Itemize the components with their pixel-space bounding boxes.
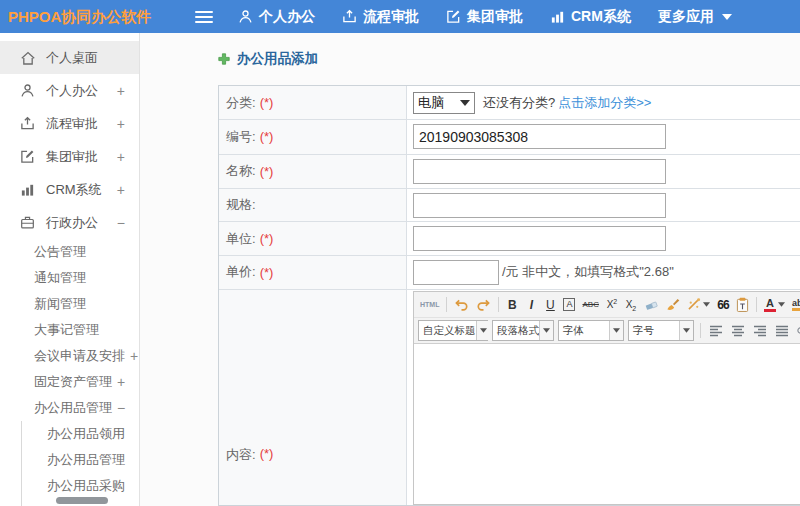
nav-item-more-apps[interactable]: 更多应用: [658, 8, 732, 26]
editor-btn-char-border[interactable]: A: [561, 295, 577, 315]
required-asterisk: (*): [260, 231, 274, 246]
expand-toggle-icon[interactable]: −: [117, 401, 125, 415]
editor-toolbar-row2: 自定义标题段落格式字体字号: [414, 318, 800, 344]
sidebar-item-news-mgmt[interactable]: 新闻管理: [0, 291, 139, 317]
editor-btn-link[interactable]: [795, 321, 800, 341]
editor-btn-redo[interactable]: [474, 295, 493, 315]
editor-btn-align-right[interactable]: [751, 321, 769, 341]
dropdown-label: 字号: [633, 324, 654, 338]
spec-input[interactable]: [413, 193, 666, 218]
sidebar-item-office-supplies-mgmt[interactable]: 办公用品管理−: [0, 395, 139, 421]
editor-content-area[interactable]: [414, 344, 800, 504]
user-icon: [20, 83, 37, 98]
editor-btn-superscript[interactable]: X2: [604, 295, 620, 315]
nav-item-group-approval[interactable]: 集团审批: [446, 8, 523, 26]
editor-btn-italic[interactable]: I: [523, 295, 539, 315]
sidebar-item-personal-office[interactable]: 个人办公+: [0, 74, 139, 107]
required-asterisk: (*): [260, 129, 274, 144]
expand-toggle-icon[interactable]: +: [117, 375, 125, 389]
expand-toggle-icon[interactable]: −: [117, 216, 125, 230]
sidebar-item-workflow-approval[interactable]: 流程审批+: [0, 107, 139, 140]
editor-btn-html-source[interactable]: HTML: [418, 295, 441, 315]
sidebar-item-label: 通知管理: [34, 269, 86, 287]
editor-dropdown-1[interactable]: 自定义标题: [418, 320, 488, 341]
chart-icon: [20, 182, 37, 197]
sidebar-item-group-approval[interactable]: 集团审批+: [0, 140, 139, 173]
nav-item-personal-office[interactable]: 个人办公: [238, 8, 315, 26]
sidebar-item-personal-desktop[interactable]: 个人桌面: [0, 41, 139, 74]
editor-dropdown-2[interactable]: 段落格式: [492, 320, 554, 341]
code-input[interactable]: [413, 124, 666, 149]
sidebar-item-office-supplies-receive[interactable]: 办公用品领用: [0, 421, 139, 447]
sidebar-item-office-supplies-purchase[interactable]: 办公用品采购: [0, 473, 139, 499]
editor-btn-strikethrough[interactable]: ABC: [580, 295, 600, 315]
editor-dropdown-4[interactable]: 字号: [628, 320, 694, 341]
sidebar-item-meeting-request[interactable]: 会议申请及安排+: [0, 343, 139, 369]
editor-btn-paste-as-text[interactable]: [734, 295, 751, 315]
dropdown-label: 字体: [563, 324, 584, 338]
sidebar-item-label: 办公用品管理: [34, 399, 112, 417]
editor-btn-underline[interactable]: U: [542, 295, 558, 315]
sidebar-item-office-supplies-manage[interactable]: 办公用品管理: [0, 447, 139, 473]
editor-btn-background-color[interactable]: ab/: [790, 295, 800, 315]
add-category-link[interactable]: 点击添加分类>>: [558, 94, 651, 112]
editor-btn-align-center[interactable]: [729, 321, 747, 341]
content-value-cell: HTMLBIUAABCX2X266Aab/自定义标题段落格式字体字号: [407, 290, 800, 505]
expand-toggle-icon[interactable]: +: [117, 183, 125, 197]
form-row-code: 编号:(*): [219, 120, 800, 154]
price-input[interactable]: [413, 260, 499, 285]
editor-btn-eraser[interactable]: [642, 295, 661, 315]
form-row-category: 分类:(*)电脑还没有分类?点击添加分类>>: [219, 86, 800, 120]
editor-btn-align-justify[interactable]: [773, 321, 791, 341]
toolbar-separator: [756, 297, 757, 312]
form-row-name: 名称:(*): [219, 155, 800, 189]
sidebar-item-announcement-mgmt[interactable]: 公告管理: [0, 239, 139, 265]
select-caret-icon: [460, 100, 470, 106]
nav-item-label: 流程审批: [363, 8, 419, 26]
editor-btn-align-left[interactable]: [707, 321, 725, 341]
expand-toggle-icon[interactable]: +: [117, 150, 125, 164]
unit-input[interactable]: [413, 226, 666, 251]
sidebar-item-crm-system[interactable]: CRM系统+: [0, 173, 139, 206]
unit-value-cell: [407, 222, 800, 254]
sidebar-item-memorabilia-mgmt[interactable]: 大事记管理: [0, 317, 139, 343]
form-row-price: 单价:(*)/元 非中文，如填写格式"2.68": [219, 256, 800, 290]
nav-item-label: 更多应用: [658, 8, 714, 26]
sidebar-item-notice-mgmt[interactable]: 通知管理: [0, 265, 139, 291]
expand-toggle-icon[interactable]: +: [130, 349, 138, 363]
editor-btn-blockquote[interactable]: 66: [715, 295, 731, 315]
sidebar-item-label: 办公用品采购: [47, 477, 125, 495]
menu-icon[interactable]: [193, 9, 215, 25]
sidebar-item-fixed-assets-mgmt[interactable]: 固定资产管理+: [0, 369, 139, 395]
editor-btn-format-brush[interactable]: [664, 295, 682, 315]
nav-item-workflow-approval[interactable]: 流程审批: [342, 8, 419, 26]
caret-down-icon: [609, 321, 623, 340]
required-asterisk: (*): [260, 446, 274, 461]
sidebar-item-label: 流程审批: [46, 115, 98, 133]
expand-toggle-icon[interactable]: +: [117, 84, 125, 98]
editor-dropdown-3[interactable]: 字体: [558, 320, 624, 341]
sidebar-item-admin-office[interactable]: 行政办公−: [0, 206, 139, 239]
supplies-add-form: 分类:(*)电脑还没有分类?点击添加分类>>编号:(*)名称:(*)规格:单位:…: [218, 85, 800, 506]
expand-toggle-icon[interactable]: +: [117, 117, 125, 131]
code-value-cell: [407, 120, 800, 153]
category-select[interactable]: 电脑: [413, 92, 475, 114]
nav-item-crm-system[interactable]: CRM系统: [550, 8, 631, 26]
label-text: 名称:: [226, 162, 256, 180]
editor-btn-font-color[interactable]: A: [762, 295, 787, 315]
sidebar-item-label: 会议申请及安排: [34, 347, 125, 365]
sidebar-item-label: CRM系统: [46, 181, 102, 199]
name-input[interactable]: [413, 159, 666, 184]
code-label: 编号:(*): [219, 120, 407, 153]
label-text: 编号:: [226, 128, 256, 146]
toolbar-separator: [498, 297, 499, 312]
form-row-spec: 规格:: [219, 189, 800, 222]
editor-btn-undo[interactable]: [452, 295, 471, 315]
editor-btn-bold[interactable]: B: [504, 295, 520, 315]
selected-option-label: 电脑: [418, 94, 444, 112]
editor-btn-subscript[interactable]: X2: [623, 295, 639, 315]
dropdown-label: 自定义标题: [423, 324, 476, 338]
editor-btn-auto-format[interactable]: [685, 295, 712, 315]
horizontal-scrollbar-thumb[interactable]: [56, 497, 108, 504]
page-title-text: 办公用品添加: [237, 50, 318, 68]
